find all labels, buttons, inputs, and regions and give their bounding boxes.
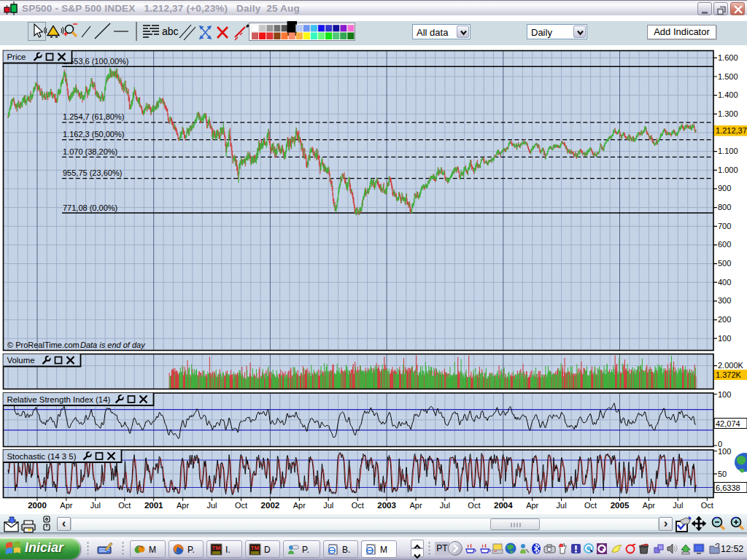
svg-text:1.212,37: 1.212,37 xyxy=(716,126,747,135)
svg-text:2004: 2004 xyxy=(494,501,513,510)
svg-text:Apr: Apr xyxy=(177,501,189,510)
svg-text:500: 500 xyxy=(718,259,731,268)
svg-text:2000: 2000 xyxy=(28,501,47,510)
svg-text:700: 700 xyxy=(718,222,731,230)
svg-text:42,074: 42,074 xyxy=(716,419,740,428)
svg-text:Relative Strength Index (14): Relative Strength Index (14) xyxy=(7,395,111,404)
svg-text:© ProRealTime.com: © ProRealTime.com xyxy=(7,341,80,349)
svg-text:300: 300 xyxy=(718,296,731,305)
svg-text:Jul: Jul xyxy=(440,501,450,510)
svg-text:Apr: Apr xyxy=(526,501,538,510)
svg-text:2002: 2002 xyxy=(261,501,280,510)
svg-text:Volume: Volume xyxy=(7,356,35,365)
svg-text:Oct: Oct xyxy=(352,501,364,510)
svg-text:600: 600 xyxy=(718,240,731,249)
svg-text:Jul: Jul xyxy=(206,501,217,510)
svg-text:100: 100 xyxy=(718,447,731,456)
svg-text:Stochastic (14 3 5): Stochastic (14 3 5) xyxy=(7,452,77,461)
svg-text:Data is end of day: Data is end of day xyxy=(80,341,146,349)
svg-text:Apr: Apr xyxy=(293,501,306,510)
svg-text:1.553,6 (100,00%): 1.553,6 (100,00%) xyxy=(63,57,129,66)
svg-text:1.372K: 1.372K xyxy=(716,370,742,379)
svg-text:1.162,3 (50,00%): 1.162,3 (50,00%) xyxy=(63,130,124,139)
svg-text:771,08 (0,00%): 771,08 (0,00%) xyxy=(63,203,117,212)
svg-text:1.000: 1.000 xyxy=(718,166,738,174)
svg-text:6,6338: 6,6338 xyxy=(716,483,740,492)
svg-text:200: 200 xyxy=(718,315,731,324)
svg-text:100: 100 xyxy=(718,334,731,343)
svg-text:800: 800 xyxy=(718,203,731,211)
svg-text:1.070 (38,20%): 1.070 (38,20%) xyxy=(63,147,117,156)
svg-text:1.400: 1.400 xyxy=(718,90,738,99)
svg-text:2003: 2003 xyxy=(377,501,396,510)
svg-text:TM: TM xyxy=(212,545,221,551)
svg-text:1.600: 1.600 xyxy=(718,53,738,62)
svg-text:2.000K: 2.000K xyxy=(718,361,744,370)
svg-text:Oct: Oct xyxy=(701,501,713,510)
svg-text:Price: Price xyxy=(7,52,26,61)
svg-text:400: 400 xyxy=(718,278,731,287)
svg-text:Apr: Apr xyxy=(409,501,422,510)
svg-text:Jul: Jul xyxy=(557,501,567,510)
svg-text:50: 50 xyxy=(718,470,727,478)
svg-text:Oct: Oct xyxy=(468,501,480,510)
svg-text:Apr: Apr xyxy=(60,501,72,510)
svg-text:TM: TM xyxy=(251,545,260,551)
svg-text:1.500: 1.500 xyxy=(718,72,738,81)
svg-text:abc: abc xyxy=(162,26,179,37)
svg-text:Oct: Oct xyxy=(118,501,131,510)
svg-text:2005: 2005 xyxy=(611,501,630,510)
svg-text:Apr: Apr xyxy=(643,501,655,510)
svg-text:1.254,7 (61,80%): 1.254,7 (61,80%) xyxy=(63,112,124,121)
svg-text:Oct: Oct xyxy=(235,501,247,510)
svg-text:1.300: 1.300 xyxy=(718,109,738,118)
svg-text:955,75 (23,60%): 955,75 (23,60%) xyxy=(63,168,122,177)
svg-text:Jul: Jul xyxy=(323,501,333,510)
svg-text:Jul: Jul xyxy=(673,501,683,510)
svg-text:1.100: 1.100 xyxy=(718,147,738,155)
svg-text:100: 100 xyxy=(718,390,731,399)
svg-text:Jul: Jul xyxy=(90,501,101,510)
svg-text:Oct: Oct xyxy=(584,501,597,510)
svg-text:900: 900 xyxy=(718,184,731,192)
svg-text:2001: 2001 xyxy=(144,501,163,510)
